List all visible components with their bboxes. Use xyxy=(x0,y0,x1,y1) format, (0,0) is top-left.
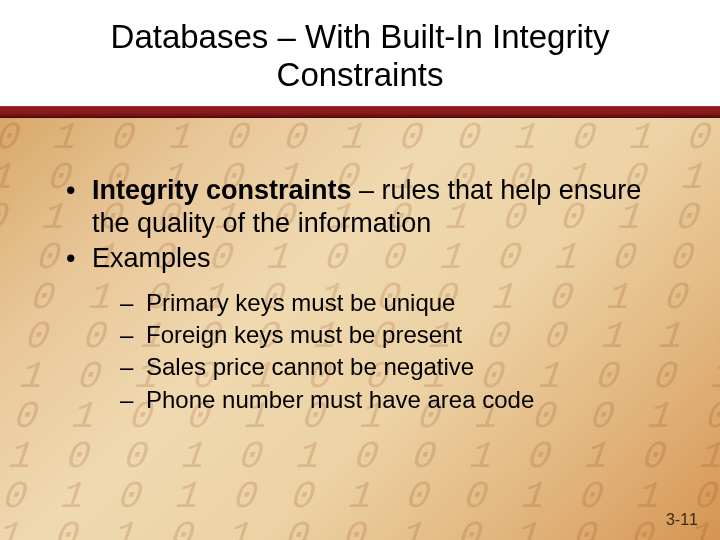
slide: Databases – With Built-In Integrity Cons… xyxy=(0,0,720,540)
bullet-list: Integrity constraints – rules that help … xyxy=(60,174,660,416)
bullet-text: Examples xyxy=(92,243,211,273)
content: Integrity constraints – rules that help … xyxy=(0,118,720,416)
bullet-item: Examples Primary keys must be unique For… xyxy=(60,242,660,417)
bullet-bold: Integrity constraints xyxy=(92,175,352,205)
bullet-item: Integrity constraints – rules that help … xyxy=(60,174,660,240)
sub-bullet-item: Primary keys must be unique xyxy=(120,287,660,319)
content-area: 0 1 0 1 0 0 1 0 0 1 0 1 0 0 1 0 1 0 0 1 … xyxy=(0,118,720,540)
sub-bullet-item: Phone number must have area code xyxy=(120,384,660,416)
title-area: Databases – With Built-In Integrity Cons… xyxy=(0,0,720,106)
slide-title: Databases – With Built-In Integrity Cons… xyxy=(40,18,680,94)
sub-bullet-item: Foreign keys must be present xyxy=(120,319,660,351)
page-number: 3-11 xyxy=(666,511,698,529)
sub-bullet-list: Primary keys must be unique Foreign keys… xyxy=(120,287,660,417)
divider-bar xyxy=(0,106,720,118)
sub-bullet-item: Sales price cannot be negative xyxy=(120,351,660,383)
